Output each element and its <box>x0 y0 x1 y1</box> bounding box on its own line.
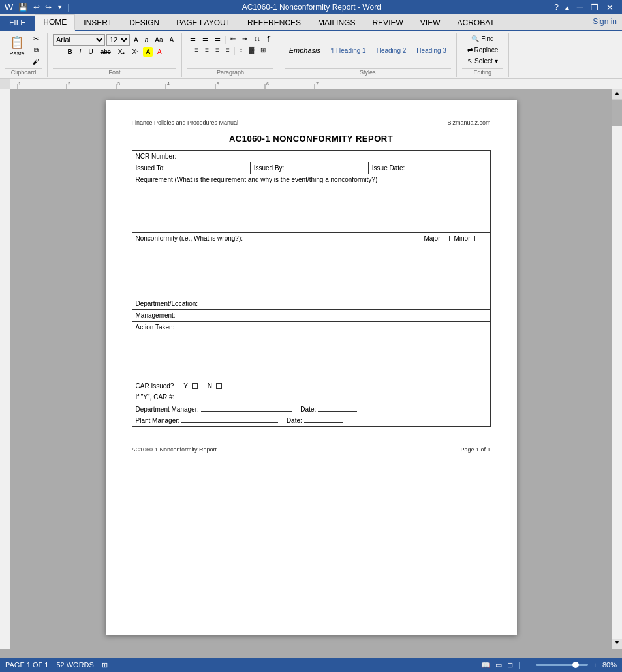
ribbon-toggle[interactable]: ▲ <box>562 4 572 11</box>
redo-icon[interactable]: ↪ <box>43 3 54 12</box>
paste-button[interactable]: 📋 Paste <box>5 34 29 59</box>
ncr-table: NCR Number: Issued To: Issued By: Issue … <box>132 150 491 427</box>
change-case-button[interactable]: Aa <box>152 35 165 45</box>
copy-button[interactable]: ⧉ <box>30 45 42 55</box>
paragraph-group: ☰ ☰ ☰ | ⇤ ⇥ ↕↓ ¶ ≡ ≡ ≡ ≡ | ↕ ▓ ⊞ Paragra… <box>182 33 279 77</box>
issued-by-cell: Issued By: <box>250 162 368 174</box>
table-row: Nonconformity (i.e., What is wrong?): Ma… <box>132 233 490 298</box>
grow-font-button[interactable]: A <box>131 35 141 45</box>
style-heading1[interactable]: ¶ Heading 1 <box>326 45 371 56</box>
tab-home[interactable]: HOME <box>35 14 75 31</box>
svg-text:5: 5 <box>217 82 219 86</box>
superscript-button[interactable]: X² <box>129 47 141 57</box>
table-row: Department Manager: Date: Plant Manager:… <box>132 403 490 427</box>
car-issued-cell: CAR Issued? Y N <box>132 380 490 391</box>
replace-icon: ⇄ <box>467 46 473 53</box>
minimize-button[interactable]: ─ <box>574 3 586 12</box>
file-tab[interactable]: FILE <box>0 16 35 30</box>
word-icon: W <box>3 2 15 12</box>
shrink-font-button[interactable]: a <box>142 35 151 45</box>
scrollbar[interactable]: ▲ ▼ <box>612 89 622 649</box>
format-painter-button[interactable]: 🖌 <box>30 57 42 67</box>
help-button[interactable]: ? <box>552 3 561 12</box>
scroll-up-button[interactable]: ▲ <box>612 89 622 100</box>
tab-review[interactable]: REVIEW <box>364 15 411 30</box>
doc-header: Finance Policies and Procedures Manual B… <box>132 119 491 126</box>
font-size-select[interactable]: 12 <box>106 34 130 46</box>
save-icon[interactable]: 💾 <box>16 3 30 12</box>
sign-in-link[interactable]: Sign in <box>593 17 617 26</box>
nonconformity-cell: Nonconformity (i.e., What is wrong?): Ma… <box>132 233 490 298</box>
undo-icon[interactable]: ↩ <box>31 3 42 12</box>
underline-button[interactable]: U <box>86 47 95 57</box>
bold-button[interactable]: B <box>65 47 74 57</box>
doc-title: AC1060-1 NONCONFORMITY REPORT <box>132 134 491 144</box>
sort-button[interactable]: ↕↓ <box>251 34 263 44</box>
quick-access-dropdown[interactable]: ▼ <box>55 4 65 10</box>
svg-text:1: 1 <box>18 82 21 86</box>
tab-view[interactable]: VIEW <box>412 15 449 30</box>
dept-location-cell: Department/Location: <box>132 298 490 310</box>
multilevel-button[interactable]: ☰ <box>212 34 223 44</box>
tab-acrobat[interactable]: ACROBAT <box>448 15 503 30</box>
increase-indent-button[interactable]: ⇥ <box>240 34 250 44</box>
ribbon-tabs: FILE HOME INSERT DESIGN PAGE LAYOUT REFE… <box>0 14 622 31</box>
show-marks-button[interactable]: ¶ <box>264 34 273 44</box>
document-area[interactable]: Finance Policies and Procedures Manual B… <box>10 89 612 649</box>
font-name-select[interactable]: Arial <box>53 34 105 46</box>
decrease-indent-button[interactable]: ⇤ <box>228 34 238 44</box>
major-checkbox <box>444 236 450 241</box>
restore-button[interactable]: ❐ <box>587 3 602 12</box>
table-row: Issued To: Issued By: Issue Date: <box>132 162 490 174</box>
line-spacing-button[interactable]: ↕ <box>237 45 245 55</box>
styles-group-label: Styles <box>285 68 451 76</box>
tab-references[interactable]: REFERENCES <box>239 15 309 30</box>
close-button[interactable]: ✕ <box>603 3 617 12</box>
tab-pagelayout[interactable]: PAGE LAYOUT <box>168 15 239 30</box>
bullets-button[interactable]: ☰ <box>187 34 198 44</box>
plant-manager-line <box>181 422 278 423</box>
clear-format-button[interactable]: A <box>166 35 176 45</box>
style-heading2[interactable]: Heading 2 <box>372 45 411 56</box>
highlight-button[interactable]: A <box>143 47 153 57</box>
requirement-cell: Requirement (What is the requirement and… <box>132 174 490 233</box>
find-button[interactable]: 🔍 Find <box>469 34 496 44</box>
numbering-button[interactable]: ☰ <box>200 34 211 44</box>
justify-button[interactable]: ≡ <box>223 45 232 55</box>
car-number-cell: If "Y", CAR #: <box>132 391 490 403</box>
style-heading3[interactable]: Heading 3 <box>412 45 451 56</box>
style-emphasis[interactable]: Emphasis <box>285 44 325 56</box>
shading-button[interactable]: ▓ <box>247 45 257 55</box>
plant-date-line <box>304 422 343 423</box>
table-row: Management: <box>132 310 490 322</box>
font-group-label: Font <box>53 68 176 76</box>
quick-access-toolbar: W 💾 ↩ ↪ ▼ | <box>0 2 70 12</box>
align-left-button[interactable]: ≡ <box>192 45 201 55</box>
nonconformity-label: Nonconformity (i.e., What is wrong?): <box>136 235 243 242</box>
font-color-button[interactable]: A <box>155 47 164 57</box>
replace-button[interactable]: ⇄ Replace <box>465 45 501 55</box>
italic-button[interactable]: I <box>77 47 84 57</box>
align-center-button[interactable]: ≡ <box>202 45 211 55</box>
table-row: Requirement (What is the requirement and… <box>132 174 490 233</box>
car-y-checkbox <box>192 383 198 389</box>
cut-button[interactable]: ✂ <box>30 34 42 44</box>
tab-insert[interactable]: INSERT <box>75 15 121 30</box>
footer-left: AC1060-1 Nonconformity Report <box>132 446 217 453</box>
minor-checkbox <box>474 236 480 241</box>
tab-mailings[interactable]: MAILINGS <box>309 15 364 30</box>
subscript-button[interactable]: X₂ <box>116 47 128 57</box>
clipboard-group: 📋 Paste ✂ ⧉ 🖌 Clipboard <box>0 33 48 77</box>
tab-design[interactable]: DESIGN <box>121 15 168 30</box>
scroll-thumb[interactable] <box>612 100 622 126</box>
window-title: AC1060-1 Nonconformity Report - Word <box>70 3 552 12</box>
header-left: Finance Policies and Procedures Manual <box>132 119 239 126</box>
select-button[interactable]: ↖ Select ▾ <box>465 56 501 66</box>
scroll-down-button[interactable]: ▼ <box>612 639 622 649</box>
strikethrough-button[interactable]: abc <box>98 47 114 57</box>
align-right-button[interactable]: ≡ <box>213 45 222 55</box>
table-row: Action Taken: <box>132 322 490 380</box>
ruler: 1 2 3 4 5 6 7 <box>0 79 622 89</box>
borders-button[interactable]: ⊞ <box>258 45 268 55</box>
editing-group: 🔍 Find ⇄ Replace ↖ Select ▾ Editing <box>457 33 509 77</box>
